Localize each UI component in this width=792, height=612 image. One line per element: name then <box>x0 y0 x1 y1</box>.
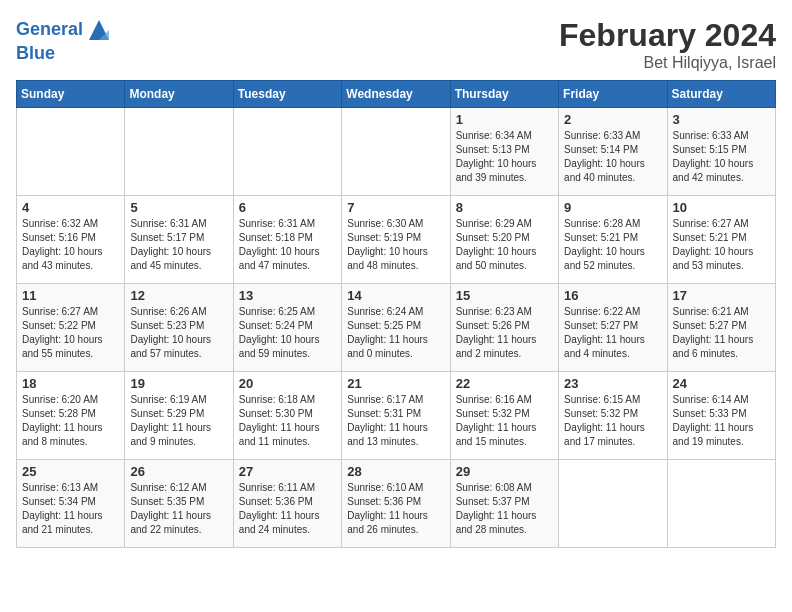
weekday-header-friday: Friday <box>559 81 667 108</box>
calendar-cell: 10Sunrise: 6:27 AM Sunset: 5:21 PM Dayli… <box>667 196 775 284</box>
day-info: Sunrise: 6:18 AM Sunset: 5:30 PM Dayligh… <box>239 393 336 449</box>
calendar-cell: 27Sunrise: 6:11 AM Sunset: 5:36 PM Dayli… <box>233 460 341 548</box>
day-number: 14 <box>347 288 444 303</box>
day-number: 5 <box>130 200 227 215</box>
day-number: 18 <box>22 376 119 391</box>
day-info: Sunrise: 6:08 AM Sunset: 5:37 PM Dayligh… <box>456 481 553 537</box>
day-number: 16 <box>564 288 661 303</box>
calendar-cell: 6Sunrise: 6:31 AM Sunset: 5:18 PM Daylig… <box>233 196 341 284</box>
day-number: 22 <box>456 376 553 391</box>
calendar-cell: 15Sunrise: 6:23 AM Sunset: 5:26 PM Dayli… <box>450 284 558 372</box>
calendar-cell: 12Sunrise: 6:26 AM Sunset: 5:23 PM Dayli… <box>125 284 233 372</box>
weekday-header-wednesday: Wednesday <box>342 81 450 108</box>
day-number: 25 <box>22 464 119 479</box>
day-number: 24 <box>673 376 770 391</box>
calendar-cell: 7Sunrise: 6:30 AM Sunset: 5:19 PM Daylig… <box>342 196 450 284</box>
calendar-cell <box>342 108 450 196</box>
month-title: February 2024 <box>559 16 776 54</box>
calendar-cell: 18Sunrise: 6:20 AM Sunset: 5:28 PM Dayli… <box>17 372 125 460</box>
location-title: Bet Hilqiyya, Israel <box>559 54 776 72</box>
title-block: February 2024 Bet Hilqiyya, Israel <box>559 16 776 72</box>
day-info: Sunrise: 6:24 AM Sunset: 5:25 PM Dayligh… <box>347 305 444 361</box>
day-number: 23 <box>564 376 661 391</box>
day-number: 28 <box>347 464 444 479</box>
calendar-cell: 1Sunrise: 6:34 AM Sunset: 5:13 PM Daylig… <box>450 108 558 196</box>
calendar-cell <box>233 108 341 196</box>
logo-blue-text: Blue <box>16 44 113 64</box>
day-number: 26 <box>130 464 227 479</box>
day-info: Sunrise: 6:29 AM Sunset: 5:20 PM Dayligh… <box>456 217 553 273</box>
calendar-table: SundayMondayTuesdayWednesdayThursdayFrid… <box>16 80 776 548</box>
day-info: Sunrise: 6:13 AM Sunset: 5:34 PM Dayligh… <box>22 481 119 537</box>
calendar-week-row: 11Sunrise: 6:27 AM Sunset: 5:22 PM Dayli… <box>17 284 776 372</box>
day-info: Sunrise: 6:32 AM Sunset: 5:16 PM Dayligh… <box>22 217 119 273</box>
weekday-header-thursday: Thursday <box>450 81 558 108</box>
calendar-cell: 29Sunrise: 6:08 AM Sunset: 5:37 PM Dayli… <box>450 460 558 548</box>
day-info: Sunrise: 6:27 AM Sunset: 5:22 PM Dayligh… <box>22 305 119 361</box>
day-number: 2 <box>564 112 661 127</box>
day-number: 20 <box>239 376 336 391</box>
calendar-cell: 11Sunrise: 6:27 AM Sunset: 5:22 PM Dayli… <box>17 284 125 372</box>
day-info: Sunrise: 6:25 AM Sunset: 5:24 PM Dayligh… <box>239 305 336 361</box>
calendar-cell: 8Sunrise: 6:29 AM Sunset: 5:20 PM Daylig… <box>450 196 558 284</box>
calendar-week-row: 1Sunrise: 6:34 AM Sunset: 5:13 PM Daylig… <box>17 108 776 196</box>
calendar-week-row: 18Sunrise: 6:20 AM Sunset: 5:28 PM Dayli… <box>17 372 776 460</box>
day-info: Sunrise: 6:15 AM Sunset: 5:32 PM Dayligh… <box>564 393 661 449</box>
calendar-cell <box>125 108 233 196</box>
day-number: 11 <box>22 288 119 303</box>
weekday-header-monday: Monday <box>125 81 233 108</box>
day-info: Sunrise: 6:34 AM Sunset: 5:13 PM Dayligh… <box>456 129 553 185</box>
day-number: 29 <box>456 464 553 479</box>
calendar-cell: 9Sunrise: 6:28 AM Sunset: 5:21 PM Daylig… <box>559 196 667 284</box>
day-number: 10 <box>673 200 770 215</box>
calendar-cell: 22Sunrise: 6:16 AM Sunset: 5:32 PM Dayli… <box>450 372 558 460</box>
day-info: Sunrise: 6:22 AM Sunset: 5:27 PM Dayligh… <box>564 305 661 361</box>
calendar-cell: 19Sunrise: 6:19 AM Sunset: 5:29 PM Dayli… <box>125 372 233 460</box>
day-number: 8 <box>456 200 553 215</box>
day-number: 6 <box>239 200 336 215</box>
day-info: Sunrise: 6:21 AM Sunset: 5:27 PM Dayligh… <box>673 305 770 361</box>
day-info: Sunrise: 6:10 AM Sunset: 5:36 PM Dayligh… <box>347 481 444 537</box>
day-number: 13 <box>239 288 336 303</box>
calendar-body: 1Sunrise: 6:34 AM Sunset: 5:13 PM Daylig… <box>17 108 776 548</box>
calendar-cell: 4Sunrise: 6:32 AM Sunset: 5:16 PM Daylig… <box>17 196 125 284</box>
calendar-cell: 25Sunrise: 6:13 AM Sunset: 5:34 PM Dayli… <box>17 460 125 548</box>
day-info: Sunrise: 6:31 AM Sunset: 5:17 PM Dayligh… <box>130 217 227 273</box>
day-info: Sunrise: 6:28 AM Sunset: 5:21 PM Dayligh… <box>564 217 661 273</box>
calendar-week-row: 25Sunrise: 6:13 AM Sunset: 5:34 PM Dayli… <box>17 460 776 548</box>
calendar-cell <box>17 108 125 196</box>
logo-text: General <box>16 16 113 44</box>
calendar-cell: 24Sunrise: 6:14 AM Sunset: 5:33 PM Dayli… <box>667 372 775 460</box>
day-number: 1 <box>456 112 553 127</box>
day-number: 12 <box>130 288 227 303</box>
calendar-cell: 17Sunrise: 6:21 AM Sunset: 5:27 PM Dayli… <box>667 284 775 372</box>
calendar-cell: 16Sunrise: 6:22 AM Sunset: 5:27 PM Dayli… <box>559 284 667 372</box>
calendar-cell: 14Sunrise: 6:24 AM Sunset: 5:25 PM Dayli… <box>342 284 450 372</box>
day-number: 27 <box>239 464 336 479</box>
day-info: Sunrise: 6:11 AM Sunset: 5:36 PM Dayligh… <box>239 481 336 537</box>
day-info: Sunrise: 6:17 AM Sunset: 5:31 PM Dayligh… <box>347 393 444 449</box>
day-info: Sunrise: 6:16 AM Sunset: 5:32 PM Dayligh… <box>456 393 553 449</box>
calendar-cell <box>667 460 775 548</box>
calendar-cell: 20Sunrise: 6:18 AM Sunset: 5:30 PM Dayli… <box>233 372 341 460</box>
day-info: Sunrise: 6:26 AM Sunset: 5:23 PM Dayligh… <box>130 305 227 361</box>
day-number: 3 <box>673 112 770 127</box>
day-info: Sunrise: 6:30 AM Sunset: 5:19 PM Dayligh… <box>347 217 444 273</box>
weekday-header-saturday: Saturday <box>667 81 775 108</box>
weekday-header-tuesday: Tuesday <box>233 81 341 108</box>
day-info: Sunrise: 6:20 AM Sunset: 5:28 PM Dayligh… <box>22 393 119 449</box>
day-info: Sunrise: 6:33 AM Sunset: 5:14 PM Dayligh… <box>564 129 661 185</box>
day-info: Sunrise: 6:31 AM Sunset: 5:18 PM Dayligh… <box>239 217 336 273</box>
day-number: 19 <box>130 376 227 391</box>
calendar-cell: 21Sunrise: 6:17 AM Sunset: 5:31 PM Dayli… <box>342 372 450 460</box>
day-number: 15 <box>456 288 553 303</box>
calendar-week-row: 4Sunrise: 6:32 AM Sunset: 5:16 PM Daylig… <box>17 196 776 284</box>
weekday-header-row: SundayMondayTuesdayWednesdayThursdayFrid… <box>17 81 776 108</box>
calendar-cell: 2Sunrise: 6:33 AM Sunset: 5:14 PM Daylig… <box>559 108 667 196</box>
day-info: Sunrise: 6:19 AM Sunset: 5:29 PM Dayligh… <box>130 393 227 449</box>
day-number: 4 <box>22 200 119 215</box>
day-number: 9 <box>564 200 661 215</box>
day-info: Sunrise: 6:27 AM Sunset: 5:21 PM Dayligh… <box>673 217 770 273</box>
calendar-cell: 3Sunrise: 6:33 AM Sunset: 5:15 PM Daylig… <box>667 108 775 196</box>
logo: General Blue <box>16 16 113 64</box>
